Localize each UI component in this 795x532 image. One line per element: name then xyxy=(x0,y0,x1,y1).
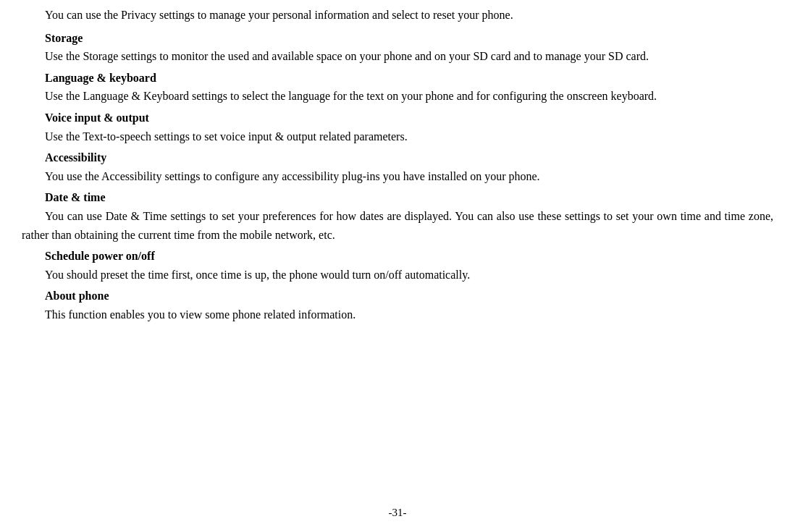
storage-section: Storage Use the Storage settings to moni… xyxy=(22,29,773,66)
datetime-heading: Date & time xyxy=(22,188,773,207)
content-area: You can use the Privacy settings to mana… xyxy=(22,0,773,324)
datetime-body: You can use Date & Time settings to set … xyxy=(22,207,773,244)
voice-section: Voice input & output Use the Text-to-spe… xyxy=(22,109,773,145)
schedule-body: You should preset the time first, once t… xyxy=(22,266,773,284)
accessibility-section: Accessibility You use the Accessibility … xyxy=(22,148,773,185)
accessibility-heading: Accessibility xyxy=(22,148,773,167)
voice-body: Use the Text-to-speech settings to set v… xyxy=(22,127,773,146)
language-heading: Language & keyboard xyxy=(22,69,773,88)
schedule-heading: Schedule power on/off xyxy=(22,247,773,266)
privacy-intro: You can use the Privacy settings to mana… xyxy=(22,6,773,25)
storage-heading: Storage xyxy=(22,29,773,48)
voice-heading: Voice input & output xyxy=(22,109,773,127)
privacy-section: You can use the Privacy settings to mana… xyxy=(22,6,773,25)
storage-body: Use the Storage settings to monitor the … xyxy=(22,47,773,66)
page-container: You can use the Privacy settings to mana… xyxy=(0,0,795,532)
datetime-section: Date & time You can use Date & Time sett… xyxy=(22,188,773,244)
about-body: This function enables you to view some p… xyxy=(22,305,773,324)
schedule-section: Schedule power on/off You should preset … xyxy=(22,247,773,284)
accessibility-body: You use the Accessibility settings to co… xyxy=(22,167,773,186)
about-heading: About phone xyxy=(22,287,773,305)
page-number: -31- xyxy=(389,507,407,518)
language-body: Use the Language & Keyboard settings to … xyxy=(22,87,773,106)
about-section: About phone This function enables you to… xyxy=(22,287,773,324)
language-section: Language & keyboard Use the Language & K… xyxy=(22,69,773,106)
page-footer: -31- xyxy=(0,507,795,519)
